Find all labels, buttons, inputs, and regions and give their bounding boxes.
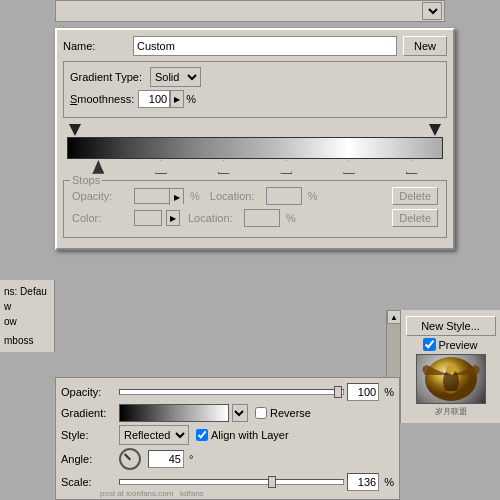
- color-loc-pct: %: [286, 212, 296, 224]
- opacity-ctrl-label: Opacity:: [61, 386, 116, 398]
- color-stop-label: Color:: [72, 212, 130, 224]
- opacity-stop-left[interactable]: [69, 124, 81, 136]
- gradient-ctrl-label: Gradient:: [61, 407, 116, 419]
- sidebar-item-5[interactable]: mboss: [4, 333, 50, 348]
- opacity-loc-label: Location:: [210, 190, 262, 202]
- sidebar-item-2[interactable]: w: [4, 299, 50, 314]
- color-delete-btn[interactable]: Delete: [392, 209, 438, 227]
- opacity-slider-thumb: [334, 386, 342, 398]
- scale-ctrl-label: Scale:: [61, 476, 116, 488]
- name-label: Name:: [63, 40, 133, 52]
- align-checkbox[interactable]: [196, 429, 208, 441]
- preview-check-row: Preview: [423, 338, 477, 351]
- preview-label: Preview: [438, 339, 477, 351]
- top-dropdown[interactable]: [422, 2, 442, 20]
- style-ctrl-label: Style:: [61, 429, 116, 441]
- color-stop-3[interactable]: [218, 160, 230, 174]
- preview-section: New Style... Preview: [405, 314, 496, 419]
- name-input[interactable]: [133, 36, 397, 56]
- sidebar-item-1[interactable]: ns: Defau: [4, 284, 50, 299]
- scroll-track[interactable]: [387, 324, 400, 384]
- smoothness-input[interactable]: [138, 90, 170, 108]
- opacity-loc-pct: %: [308, 190, 318, 202]
- scale-value-input[interactable]: [347, 473, 379, 491]
- preview-logo-svg: [417, 355, 485, 403]
- color-stop-4[interactable]: [280, 160, 292, 174]
- angle-dial[interactable]: [119, 448, 141, 470]
- scale-slider[interactable]: [119, 479, 344, 485]
- color-loc-label: Location:: [188, 212, 240, 224]
- reverse-checkbox[interactable]: [255, 407, 267, 419]
- angle-ctrl-label: Angle:: [61, 453, 116, 465]
- bottom-controls: Opacity: % Gradient: Reverse Style: Refl…: [55, 377, 400, 500]
- color-stop-6[interactable]: [406, 160, 418, 174]
- stops-group: Stops Opacity: ▶ % Location: % Delete Co…: [63, 180, 447, 238]
- stops-group-label: Stops: [70, 174, 102, 186]
- angle-unit: °: [189, 453, 193, 465]
- smoothness-arrow[interactable]: ▶: [170, 90, 184, 108]
- website-text: post at iconfans.com kdfans: [100, 489, 204, 498]
- opacity-arrow-btn[interactable]: ▶: [169, 189, 183, 205]
- sidebar-item-3[interactable]: ow: [4, 314, 50, 329]
- smoothness-label: Smoothness:: [70, 93, 134, 105]
- gradient-editor-dialog: Name: New Gradient Type: Solid Noise Smo…: [55, 28, 455, 250]
- new-style-button[interactable]: New Style...: [406, 316, 496, 336]
- gradient-bar[interactable]: [67, 137, 443, 159]
- opacity-location-input[interactable]: [266, 187, 302, 205]
- new-button[interactable]: New: [403, 36, 447, 56]
- color-stop-2[interactable]: [155, 160, 167, 174]
- preview-swatch: [416, 354, 486, 404]
- opacity-value-input[interactable]: [347, 383, 379, 401]
- opacity-stop-right[interactable]: [429, 124, 441, 136]
- opacity-delete-btn[interactable]: Delete: [392, 187, 438, 205]
- reverse-label: Reverse: [270, 407, 311, 419]
- scale-unit: %: [384, 476, 394, 488]
- scale-slider-thumb: [268, 476, 276, 488]
- gradient-bar-area: [63, 122, 447, 176]
- color-arrow-btn[interactable]: ▶: [166, 210, 180, 226]
- color-swatch[interactable]: [134, 210, 162, 226]
- opacity-slider[interactable]: [119, 389, 344, 395]
- left-sidebar: ns: Defau w ow mboss: [0, 280, 55, 352]
- align-label: Align with Layer: [211, 429, 289, 441]
- preview-checkbox[interactable]: [423, 338, 436, 351]
- opacity-unit: %: [384, 386, 394, 398]
- gradient-swatch-control[interactable]: [119, 404, 229, 422]
- gradient-type-select[interactable]: Solid Noise: [150, 67, 201, 87]
- gradient-type-label: Gradient Type:: [70, 71, 142, 83]
- gradient-swatch-dropdown[interactable]: [232, 404, 248, 422]
- smoothness-unit: %: [186, 93, 196, 105]
- opacity-pct: %: [190, 190, 200, 202]
- right-panel: New Style... Preview: [400, 310, 500, 423]
- color-stop-1[interactable]: [92, 160, 104, 174]
- color-location-input[interactable]: [244, 209, 280, 227]
- opacity-stop-label: Opacity:: [72, 190, 130, 202]
- color-stop-5[interactable]: [343, 160, 355, 174]
- watermark-text: 岁月联盟: [435, 406, 467, 417]
- scroll-up-btn[interactable]: ▲: [387, 310, 401, 324]
- style-select[interactable]: Reflected Linear Radial Angle Diamond: [119, 425, 189, 445]
- angle-value-input[interactable]: [148, 450, 184, 468]
